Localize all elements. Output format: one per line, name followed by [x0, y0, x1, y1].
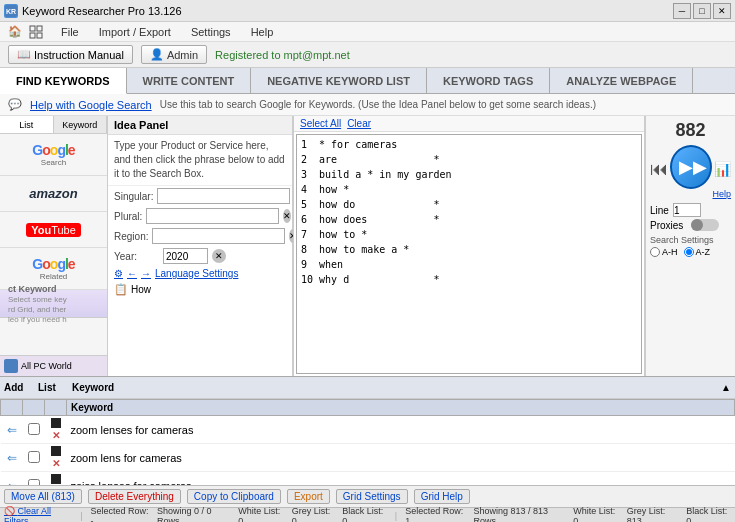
list-icon: 📋 — [114, 283, 128, 296]
keyword-table-body: ⇐ ✕ zoom lenses for cameras ⇐ ✕ zoom len… — [1, 416, 735, 486]
google-logo: Google — [32, 142, 74, 158]
radio-ah[interactable] — [650, 247, 660, 257]
select-all-link[interactable]: Select All — [300, 118, 341, 129]
home-icon[interactable]: 🏠 — [6, 23, 24, 41]
results-text-area[interactable]: 1 * for cameras 2 are * 3 build a * in m… — [296, 134, 642, 374]
year-input[interactable] — [163, 248, 208, 264]
google-related-logo: Google — [32, 256, 74, 272]
result-line-4: 4 how * — [301, 182, 637, 197]
add-arrow-icon[interactable]: ⇐ — [7, 423, 17, 437]
sidebar-tabs: List Keyword — [0, 116, 107, 134]
region-label: Region: — [114, 231, 148, 242]
help-icon-blue: 💬 — [8, 98, 22, 111]
admin-button[interactable]: 👤 Admin — [141, 45, 207, 64]
plural-row: Plural: ✕ — [108, 206, 292, 226]
book-icon: 📖 — [17, 48, 31, 61]
tab-keyword-tags[interactable]: KEYWORD TAGS — [427, 68, 550, 93]
tab-negative-keyword[interactable]: NEGATIVE KEYWORD LIST — [251, 68, 427, 93]
plural-clear-button[interactable]: ✕ — [283, 209, 291, 223]
skip-back-button[interactable]: ⏮ — [650, 159, 668, 180]
menu-settings[interactable]: Settings — [187, 25, 235, 39]
region-input[interactable] — [152, 228, 285, 244]
google-search-label: Search — [41, 158, 66, 167]
delete-everything-button[interactable]: Delete Everything — [88, 489, 181, 504]
th-ctrl — [45, 400, 67, 416]
plural-input[interactable] — [146, 208, 279, 224]
grid-icon[interactable] — [27, 23, 45, 41]
maximize-button[interactable]: □ — [693, 3, 711, 19]
sidebar-tab-list[interactable]: List — [0, 116, 54, 133]
keyword-cell: zoom lens for cameras — [67, 444, 735, 472]
registered-text: Registered to mpt@mpt.net — [215, 49, 350, 61]
language-settings[interactable]: ⚙ ← → Language Settings — [108, 266, 292, 281]
copy-clipboard-button[interactable]: Copy to Clipboard — [187, 489, 281, 504]
list-checkbox[interactable] — [28, 451, 40, 463]
grid-help-button[interactable]: Grid Help — [414, 489, 470, 504]
th-add — [1, 400, 23, 416]
keyword-table: Keyword ⇐ ✕ zoom lenses for cameras ⇐ ✕ … — [0, 399, 735, 485]
black-list-right: Black List: 0 — [686, 506, 731, 523]
th-keyword: Keyword — [67, 400, 735, 416]
radio-ah-label[interactable]: A-H — [650, 247, 678, 257]
sidebar-tab-keyword[interactable]: Keyword — [54, 116, 108, 133]
grid-settings-button[interactable]: Grid Settings — [336, 489, 408, 504]
menu-file[interactable]: File — [57, 25, 83, 39]
radio-az-label[interactable]: A-Z — [684, 247, 711, 257]
keyword-grid-scroll[interactable]: Keyword ⇐ ✕ zoom lenses for cameras ⇐ ✕ … — [0, 399, 735, 485]
list-checkbox[interactable] — [28, 479, 40, 486]
result-line-10: 10 why d * — [301, 272, 637, 287]
proxies-toggle[interactable] — [691, 219, 719, 231]
remove-x-icon[interactable]: ✕ — [52, 430, 60, 441]
selected-row-right: Selected Row: 1 — [405, 506, 465, 523]
right-panel: 882 ⏮ ▶ 📊 Help Line Proxies Search Setti… — [645, 116, 735, 376]
window-controls: ─ □ ✕ — [673, 3, 731, 19]
help-link[interactable]: Help with Google Search — [30, 99, 152, 111]
line-input[interactable] — [673, 203, 701, 217]
menu-help[interactable]: Help — [247, 25, 278, 39]
keyword-col-header: Keyword — [72, 382, 717, 393]
stats-icon: 📊 — [714, 161, 731, 177]
singular-input[interactable] — [157, 188, 290, 204]
move-all-button[interactable]: Move All (813) — [4, 489, 82, 504]
add-arrow-icon[interactable]: ⇐ — [7, 479, 17, 486]
export-button[interactable]: Export — [287, 489, 330, 504]
remove-x-icon[interactable]: ✕ — [52, 458, 60, 469]
black-list-left: Black List: 0 — [342, 506, 387, 523]
close-button[interactable]: ✕ — [713, 3, 731, 19]
clear-all-filters-btn[interactable]: 🚫 Clear All Filters — [4, 506, 72, 523]
tab-analyze-webpage[interactable]: ANALYZE WEBPAGE — [550, 68, 693, 93]
clear-link[interactable]: Clear — [347, 118, 371, 129]
white-list-right: White List: 0 — [573, 506, 619, 523]
table-row: ⇐ ✕ zoom lenses for cameras — [1, 416, 735, 444]
add-arrow-icon[interactable]: ⇐ — [7, 451, 17, 465]
year-clear-button[interactable]: ✕ — [212, 249, 226, 263]
radio-az[interactable] — [684, 247, 694, 257]
singular-row: Singular: ✕ — [108, 186, 292, 206]
menu-import-export[interactable]: Import / Export — [95, 25, 175, 39]
svg-rect-5 — [37, 33, 42, 38]
result-line-6: 6 how does * — [301, 212, 637, 227]
app-icon: KR — [4, 4, 18, 18]
play-button[interactable]: ▶ — [670, 145, 712, 189]
keyword-cell: zoom lenses for cameras — [67, 416, 735, 444]
result-line-3: 3 build a * in my garden — [301, 167, 637, 182]
count-display: 882 — [675, 120, 705, 141]
tab-write-content[interactable]: WRITE CONTENT — [127, 68, 252, 93]
minimize-button[interactable]: ─ — [673, 3, 691, 19]
source-google-search[interactable]: Google Search — [0, 134, 107, 176]
list-checkbox[interactable] — [28, 423, 40, 435]
keyword-source-ct: ct KeywordSelect some keyrd Grid, and th… — [0, 290, 107, 318]
source-youtube[interactable]: YouTube — [0, 212, 107, 248]
lang-icon: ⚙ — [114, 268, 123, 279]
year-row: Year: ✕ — [108, 246, 292, 266]
help-text-right[interactable]: Help — [712, 189, 731, 199]
tab-navigation: FIND KEYWORDS WRITE CONTENT NEGATIVE KEY… — [0, 68, 735, 94]
source-amazon[interactable]: amazon — [0, 176, 107, 212]
instruction-manual-button[interactable]: 📖 Instruction Manual — [8, 45, 133, 64]
lang-arrow2: → — [141, 268, 151, 279]
tab-find-keywords[interactable]: FIND KEYWORDS — [0, 68, 127, 94]
proxies-row: Proxies — [650, 219, 731, 231]
showing-right: Showing 813 / 813 Rows — [474, 506, 566, 523]
idea-panel-header: Idea Panel — [108, 116, 292, 135]
grey-list-right: Grey List: 813 — [627, 506, 679, 523]
